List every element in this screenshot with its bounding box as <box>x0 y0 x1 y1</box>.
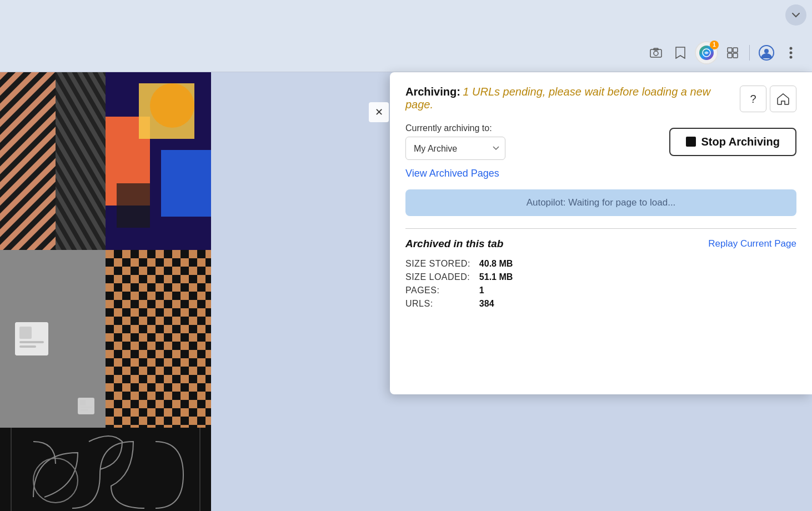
menu-dots-button[interactable] <box>781 43 801 63</box>
help-button[interactable]: ? <box>740 86 766 112</box>
archiving-label: Archiving: <box>405 86 460 98</box>
archiving-status: Archiving: 1 URLs pending, please wait b… <box>405 86 731 111</box>
stats-section: Archived in this tab Replay Current Page… <box>405 228 796 309</box>
popup-header: Archiving: 1 URLs pending, please wait b… <box>405 86 796 112</box>
autopilot-status-text: Autopilot: Waiting for page to load... <box>527 197 676 208</box>
image-cell-3 <box>0 250 106 428</box>
screenshot-button[interactable] <box>646 43 666 63</box>
urls-key: URLS: <box>405 299 470 309</box>
urls-value: 384 <box>479 299 796 309</box>
stop-icon <box>686 137 696 147</box>
stop-archiving-label: Stop Archiving <box>701 136 780 148</box>
extension-badge: 1 <box>710 41 719 49</box>
image-cell-1 <box>0 72 106 250</box>
view-archived-pages-link[interactable]: View Archived Pages <box>405 168 796 179</box>
stats-table: SIZE STORED: 40.8 MB SIZE LOADED: 51.1 M… <box>405 259 796 309</box>
svg-rect-6 <box>728 53 732 58</box>
svg-rect-27 <box>19 327 32 339</box>
stop-archiving-button[interactable]: Stop Archiving <box>669 128 796 156</box>
browser-toolbar: 1 <box>0 33 812 72</box>
image-grid <box>0 72 211 511</box>
svg-rect-5 <box>733 48 738 52</box>
extensions-button[interactable] <box>723 43 743 63</box>
pages-value: 1 <box>479 285 796 295</box>
archive-select[interactable]: My Archive <box>405 137 505 160</box>
archive-selector-group: Currently archiving to: My Archive <box>405 123 505 160</box>
size-loaded-key: SIZE LOADED: <box>405 272 470 282</box>
svg-rect-33 <box>80 409 88 410</box>
svg-rect-28 <box>19 341 44 343</box>
image-cell-4 <box>106 250 211 428</box>
svg-rect-0 <box>650 49 661 57</box>
svg-point-10 <box>790 47 793 49</box>
svg-point-11 <box>790 51 793 54</box>
autopilot-status-bar: Autopilot: Waiting for page to load... <box>405 189 796 216</box>
replay-current-page-link[interactable]: Replay Current Page <box>708 238 796 249</box>
currently-archiving-label: Currently archiving to: <box>405 123 505 133</box>
svg-rect-29 <box>19 345 36 348</box>
archive-row: Currently archiving to: My Archive Stop … <box>405 123 796 160</box>
toolbar-divider <box>749 45 750 61</box>
browser-top-bar <box>0 0 812 33</box>
svg-rect-7 <box>733 53 738 58</box>
size-loaded-value: 51.1 MB <box>479 272 796 282</box>
profile-button[interactable] <box>756 43 776 63</box>
svg-point-24 <box>150 83 194 128</box>
size-stored-key: SIZE STORED: <box>405 259 470 269</box>
size-stored-value: 40.8 MB <box>479 259 796 269</box>
bookmark-button[interactable] <box>670 43 690 63</box>
svg-rect-32 <box>80 407 92 408</box>
image-cell-2 <box>106 72 211 250</box>
archived-tab-label: Archived in this tab <box>405 238 503 250</box>
image-cell-5 <box>0 428 211 511</box>
pages-key: PAGES: <box>405 285 470 295</box>
home-button[interactable] <box>770 86 796 112</box>
extension-button[interactable]: 1 <box>695 41 718 64</box>
svg-rect-31 <box>80 400 86 405</box>
svg-rect-23 <box>161 150 211 217</box>
svg-rect-39 <box>106 250 211 428</box>
svg-rect-16 <box>0 72 56 250</box>
svg-point-9 <box>764 49 769 53</box>
main-content: ✕ Archiving: 1 URLs pending, please wait… <box>0 72 812 511</box>
svg-point-1 <box>654 51 658 56</box>
header-buttons: ? <box>740 86 796 112</box>
svg-rect-19 <box>56 72 106 250</box>
svg-rect-4 <box>728 48 732 52</box>
svg-point-12 <box>790 56 793 58</box>
close-panel-button[interactable]: ✕ <box>369 102 389 122</box>
svg-rect-40 <box>0 428 211 511</box>
collapse-button[interactable] <box>785 4 806 26</box>
stats-header: Archived in this tab Replay Current Page <box>405 238 796 250</box>
svg-rect-25 <box>117 183 150 228</box>
popup-panel: Archiving: 1 URLs pending, please wait b… <box>390 72 812 394</box>
